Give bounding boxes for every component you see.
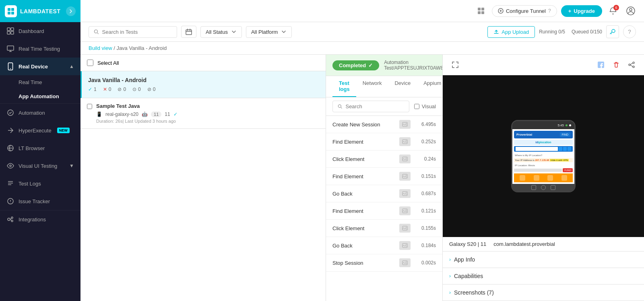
device-package: com.lambdatest.proverbial bbox=[493, 241, 555, 247]
log-item-right: 0.155s bbox=[399, 224, 436, 233]
visual-label: Visual bbox=[422, 103, 436, 109]
sidebar-group-label: Real Device bbox=[19, 64, 48, 70]
app-upload-btn[interactable]: App Upload bbox=[487, 26, 535, 38]
search-tests-box[interactable] bbox=[89, 26, 177, 38]
sidebar-header: LAMBDATEST bbox=[0, 0, 80, 22]
log-list: Create New Session 6.495s Find Element 0… bbox=[326, 116, 442, 301]
device-toolbar bbox=[443, 55, 644, 75]
share-icon[interactable] bbox=[625, 59, 638, 71]
log-item-time: 0.184s bbox=[414, 243, 436, 248]
breadcrumb: Build view / Java Vanilla - Android bbox=[80, 42, 644, 55]
log-item-name: Find Element bbox=[332, 173, 363, 179]
log-item[interactable]: Find Element 0.252s bbox=[326, 133, 442, 150]
sidebar-item-issue-tracker[interactable]: Issue Tracker bbox=[0, 192, 80, 210]
platform-dropdown[interactable]: All Platform bbox=[246, 26, 292, 38]
dashboard-icon bbox=[6, 27, 14, 35]
log-item[interactable]: Go Back 0.687s bbox=[326, 185, 442, 202]
test-count-badge: 11 bbox=[165, 111, 170, 117]
log-item[interactable]: Click Element 0.24s bbox=[326, 150, 442, 168]
app-topbar: Configure Tunnel ? + Upgrade 6 bbox=[80, 0, 644, 22]
help-btn[interactable]: ? bbox=[623, 25, 636, 38]
sidebar-item-lt-browser[interactable]: LT Browser bbox=[0, 139, 80, 157]
app-info-label: App Info bbox=[454, 256, 475, 263]
expand-icon[interactable] bbox=[449, 59, 461, 71]
app-info-header[interactable]: › App Info bbox=[443, 252, 644, 268]
chevron-down-icon bbox=[231, 29, 237, 35]
screenshot-thumb bbox=[399, 172, 411, 181]
automation-icon bbox=[6, 109, 14, 117]
search-tests-input[interactable] bbox=[102, 29, 172, 35]
screenshot-thumb bbox=[399, 206, 411, 215]
upgrade-btn[interactable]: + Upgrade bbox=[561, 5, 602, 17]
build-name: Java Vanilla - Android bbox=[88, 77, 319, 83]
sidebar-item-test-logs[interactable]: Test Logs bbox=[0, 175, 80, 192]
log-item[interactable]: Stop Session 0.002s bbox=[326, 254, 442, 272]
tab-network[interactable]: Network bbox=[356, 76, 388, 97]
test-item[interactable]: Sample Test Java 📱 real-galaxy-s20 🤖 11 … bbox=[80, 98, 326, 129]
configure-tunnel-btn[interactable]: Configure Tunnel ? bbox=[492, 5, 557, 17]
sidebar-item-automation[interactable]: Automation bbox=[0, 103, 80, 122]
visual-check[interactable]: Visual bbox=[414, 103, 436, 109]
completed-badge: Completed ✓ bbox=[332, 60, 379, 70]
sidebar-item-integrations[interactable]: Integrations bbox=[0, 210, 80, 228]
log-item-right: 0.151s bbox=[399, 172, 436, 181]
key-btn[interactable] bbox=[606, 25, 619, 38]
chevron-right-icon: › bbox=[449, 290, 451, 295]
device-panel: 5:45 Proverbial FIND idiplocation bbox=[443, 55, 644, 301]
capabilities-header[interactable]: › Capabilities bbox=[443, 268, 644, 284]
sidebar-item-label: Test Logs bbox=[19, 181, 41, 187]
log-item[interactable]: Create New Session 6.495s bbox=[326, 116, 442, 133]
log-search-bar: Visual bbox=[326, 97, 442, 116]
device-model: Galaxy S20 bbox=[449, 241, 476, 247]
tab-test-logs[interactable]: Test logs bbox=[332, 76, 356, 97]
log-item[interactable]: Find Element 0.151s bbox=[326, 168, 442, 185]
sidebar-collapse-btn[interactable] bbox=[66, 6, 76, 16]
calendar-btn[interactable] bbox=[181, 26, 196, 38]
breadcrumb-link[interactable]: Build view bbox=[89, 45, 112, 51]
panels-row: Select All Java Vanilla - Android ✓ 1 ✕ … bbox=[80, 55, 644, 301]
sidebar-item-dashboard[interactable]: Dashboard bbox=[0, 22, 80, 40]
breadcrumb-current: Java Vanilla - Android bbox=[116, 45, 167, 51]
svg-rect-5 bbox=[11, 28, 14, 31]
sidebar-item-real-device[interactable]: Real Device ▲ bbox=[0, 58, 80, 75]
svg-rect-3 bbox=[11, 12, 14, 14]
sidebar-sub-label: App Automation bbox=[19, 93, 59, 99]
screenshots-label: Screenshots (7) bbox=[454, 289, 494, 296]
select-all-label: Select All bbox=[97, 60, 119, 66]
visual-checkbox[interactable] bbox=[414, 104, 419, 109]
profile-btn[interactable] bbox=[624, 4, 638, 18]
status-dropdown[interactable]: All Status bbox=[200, 26, 242, 38]
svg-rect-25 bbox=[186, 30, 192, 35]
device-icon: 📱 bbox=[96, 111, 102, 117]
log-item[interactable]: Go Back 0.184s bbox=[326, 237, 442, 254]
monitor-icon bbox=[6, 45, 14, 53]
tab-appium[interactable]: Appium bbox=[417, 76, 443, 97]
screenshot-thumb bbox=[399, 155, 411, 163]
sidebar-item-real-time-testing[interactable]: Real Time Testing bbox=[0, 40, 80, 58]
sidebar-sub-item-app-automation[interactable]: App Automation bbox=[0, 89, 80, 103]
sidebar-item-visual-ui-testing[interactable]: Visual UI Testing ▼ bbox=[0, 157, 80, 175]
select-all-checkbox[interactable] bbox=[87, 60, 93, 66]
grid-view-btn[interactable] bbox=[474, 4, 488, 18]
sidebar-sub-item-real-time[interactable]: Real Time bbox=[0, 75, 80, 89]
sidebar-item-hyperexecute[interactable]: HyperExecute NEW bbox=[0, 122, 80, 139]
build-stats: ✓ 1 ✕ 0 ⊘ 0 ⊙ 0 bbox=[88, 87, 319, 92]
log-search-input[interactable] bbox=[332, 101, 409, 112]
chevron-down-icon bbox=[281, 29, 287, 35]
build-item[interactable]: Java Vanilla - Android ✓ 1 ✕ 0 ⊘ 0 bbox=[80, 71, 326, 98]
screenshots-header[interactable]: › Screenshots (7) bbox=[443, 285, 644, 301]
x-icon: ✕ bbox=[103, 87, 107, 92]
notification-btn[interactable]: 6 bbox=[606, 4, 620, 18]
svg-point-47 bbox=[629, 64, 630, 66]
test-checkbox[interactable] bbox=[87, 104, 92, 109]
automation-path: Automation Test/APPTESUJRIXT0AW8TS3DIF bbox=[384, 60, 443, 71]
tab-device[interactable]: Device bbox=[388, 76, 417, 97]
delete-icon[interactable] bbox=[610, 59, 622, 71]
screenshot-thumb bbox=[399, 224, 411, 233]
log-item[interactable]: Find Element 0.121s bbox=[326, 202, 442, 220]
log-item[interactable]: Click Element 0.155s bbox=[326, 220, 442, 237]
svg-rect-1 bbox=[11, 8, 14, 11]
log-search-field[interactable] bbox=[345, 103, 404, 109]
facebook-icon[interactable] bbox=[595, 59, 607, 71]
unknown-icon: ⊘ bbox=[147, 87, 151, 92]
